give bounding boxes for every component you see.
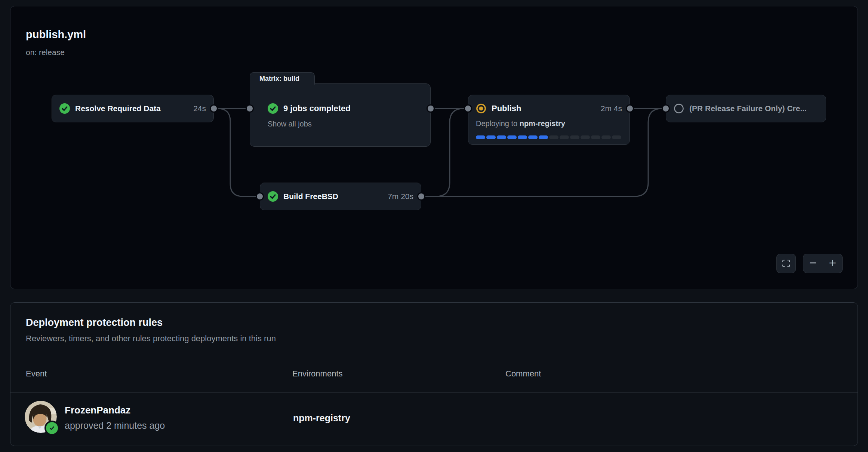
progress-segment — [539, 135, 548, 139]
table-header-divider — [10, 392, 858, 393]
zoom-out-button[interactable]: − — [803, 254, 823, 273]
progress-segment — [612, 135, 621, 139]
rules-title: Deployment protection rules — [26, 316, 163, 329]
workflow-trigger: on: release — [26, 48, 65, 57]
job-title: Build FreeBSD — [283, 192, 338, 201]
fullscreen-button[interactable] — [776, 254, 796, 273]
job-node-matrix-build[interactable]: 9 jobs completed Show all jobs — [250, 83, 431, 147]
matrix-jobs-summary: 9 jobs completed — [283, 104, 351, 113]
job-duration: 24s — [189, 104, 206, 113]
deploy-environment: npm-registry — [520, 119, 565, 128]
zoom-control-group: − + — [803, 254, 843, 273]
deploy-prefix: Deploying to — [476, 119, 517, 128]
workflow-name: publish.yml — [26, 28, 86, 41]
progress-segment — [581, 135, 590, 139]
progress-segment — [528, 135, 538, 139]
progress-segment — [507, 135, 517, 139]
progress-segment — [560, 135, 569, 139]
progress-segment — [497, 135, 506, 139]
progress-segment — [518, 135, 527, 139]
job-node-build-freebsd[interactable]: Build FreeBSD 7m 20s — [260, 183, 421, 210]
job-node-resolve-required-data[interactable]: Resolve Required Data 24s — [52, 95, 214, 122]
in-progress-icon — [476, 103, 486, 114]
job-title: Resolve Required Data — [75, 104, 161, 113]
job-node-pr-release-failure[interactable]: (PR Release Failure Only) Cre... — [666, 95, 826, 122]
show-all-jobs-button[interactable]: Show all jobs — [268, 120, 312, 128]
job-title: (PR Release Failure Only) Cre... — [689, 104, 807, 113]
column-header-environments: Environments — [292, 369, 343, 379]
progress-segment — [570, 135, 579, 139]
workflow-graph-panel: publish.yml on: release — [10, 6, 858, 289]
progress-segment — [601, 135, 611, 139]
workflow-run-page: publish.yml on: release Resolve Required… — [0, 0, 868, 452]
success-check-icon — [268, 191, 278, 202]
column-header-comment: Comment — [505, 369, 541, 379]
progress-segment — [476, 135, 485, 139]
approved-check-badge-icon — [46, 422, 58, 434]
zoom-in-button[interactable]: + — [823, 254, 843, 273]
success-check-icon — [59, 103, 70, 114]
row-environment: npm-registry — [293, 412, 350, 424]
job-node-publish[interactable]: Publish 2m 4s Deploying to npm-registry — [468, 95, 630, 145]
pending-circle-icon — [674, 103, 684, 114]
matrix-group-label: Matrix: build — [259, 75, 299, 83]
rules-subtitle: Reviewers, timers, and other rules prote… — [26, 333, 276, 344]
progress-segment — [549, 135, 558, 139]
progress-segment — [591, 135, 600, 139]
fullscreen-icon — [782, 259, 791, 268]
deploy-status-line: Deploying to npm-registry — [476, 119, 622, 128]
publish-progress — [476, 135, 622, 139]
column-header-event: Event — [26, 369, 47, 379]
matrix-group-tab[interactable]: Matrix: build — [250, 72, 315, 85]
approval-event-text: approved 2 minutes ago — [65, 420, 165, 431]
job-duration: 2m 4s — [596, 104, 622, 113]
approver-username: FrozenPandaz — [65, 404, 130, 416]
avatar — [25, 401, 57, 433]
job-title: Publish — [492, 104, 521, 113]
progress-segment — [486, 135, 496, 139]
deployment-protection-rules-panel: Deployment protection rules Reviewers, t… — [10, 302, 858, 446]
job-duration: 7m 20s — [383, 192, 413, 201]
success-check-icon — [268, 103, 278, 114]
